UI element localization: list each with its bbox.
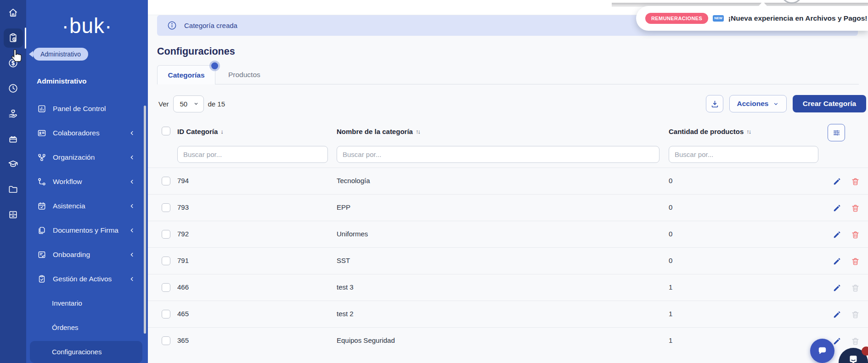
sidebar-section-title: Administrativo — [37, 77, 87, 85]
tooltip-arrow — [29, 51, 33, 57]
sidebar-item-label: Gestión de Activos — [53, 275, 112, 283]
sidebar-item-onboarding[interactable]: Onboarding — [26, 242, 148, 267]
download-button[interactable] — [706, 95, 723, 112]
page-size-control: Ver 50 de 15 — [158, 95, 225, 112]
active-indicator — [25, 28, 26, 49]
row-checkbox[interactable] — [162, 203, 170, 212]
documents-icon — [37, 226, 46, 235]
rail-item-archive-drawers[interactable] — [0, 202, 26, 227]
row-checkbox[interactable] — [162, 177, 170, 185]
delete-trash-icon[interactable] — [847, 253, 863, 269]
rail-item-clock[interactable] — [0, 76, 26, 101]
announcement-popover[interactable]: REMUNERACIONES NEW ¡Nueva experiencia en… — [636, 6, 868, 31]
sidebar-item-asistencia[interactable]: Asistencia — [26, 194, 148, 218]
info-icon — [167, 21, 177, 30]
chevron-left-icon — [129, 276, 135, 282]
rail-item-graduation-cap[interactable] — [0, 151, 26, 177]
sidebar-item-documentos-y-firma[interactable]: Documentos y Firma — [26, 218, 148, 242]
create-category-label: Crear Categoría — [803, 100, 856, 108]
chevron-left-icon — [129, 251, 135, 257]
sidebar-subitem-ordenes[interactable]: Órdenes — [26, 315, 148, 340]
search-id-input[interactable] — [177, 146, 328, 163]
edit-pencil-icon[interactable] — [829, 253, 845, 269]
cell-name: test 3 — [337, 283, 354, 291]
tab-categorias[interactable]: Categorías — [157, 65, 215, 84]
sidebar-item-panel-de-control[interactable]: Panel de Control — [26, 96, 148, 121]
cell-qty: 0 — [669, 257, 672, 264]
row-checkbox[interactable] — [162, 230, 170, 239]
mouse-cursor — [10, 49, 23, 65]
sidebar-item-label: Organización — [53, 153, 95, 162]
tooltip-label: Administrativo — [33, 48, 88, 61]
delete-trash-icon — [847, 333, 863, 349]
page-size-select[interactable]: 50 — [173, 95, 204, 112]
sort-both-icon: ↑↓ — [746, 128, 750, 135]
select-all-checkbox[interactable] — [162, 127, 170, 135]
calendar-check-icon — [37, 201, 46, 211]
tooltip-administrativo: Administrativo — [29, 48, 88, 61]
create-category-button[interactable]: Crear Categoría — [793, 95, 866, 112]
sidebar-item-colaboradores[interactable]: Colaboradores — [26, 121, 148, 145]
table-filter-row — [148, 146, 868, 163]
edit-pencil-icon[interactable] — [829, 279, 845, 296]
chat-launcher-button[interactable] — [810, 339, 834, 363]
column-settings-button[interactable] — [828, 124, 845, 141]
tab-productos[interactable]: Productos — [215, 65, 273, 84]
graduation-cap-icon — [8, 159, 18, 169]
table-row: 794Tecnología0 — [148, 168, 868, 194]
sidebar-subitem-inventario[interactable]: Inventario — [26, 291, 148, 315]
row-checkbox[interactable] — [162, 336, 170, 345]
toast-text: Categoría creada — [184, 22, 237, 29]
search-qty-input[interactable] — [669, 146, 818, 163]
cell-name: Uniformes — [337, 230, 368, 238]
popover-arrow — [759, 1, 767, 6]
delete-trash-icon[interactable] — [847, 226, 863, 243]
cell-name: Equipos Seguridad — [337, 336, 395, 344]
cell-name: SST — [337, 257, 350, 264]
rail-item-hand-heart[interactable] — [0, 101, 26, 126]
sidebar-item-label: Colaboradores — [53, 129, 100, 137]
edit-pencil-icon[interactable] — [829, 200, 845, 216]
sidebar-item-label: Workflow — [53, 178, 82, 186]
ver-label: Ver — [158, 100, 169, 108]
row-checkbox[interactable] — [162, 283, 170, 292]
sidebar-scrollbar[interactable] — [144, 106, 146, 334]
cell-qty: 0 — [669, 177, 672, 184]
chevron-left-icon — [129, 179, 135, 184]
column-header-name[interactable]: Nombre de la categoría ↑↓ — [337, 128, 420, 135]
rail-item-clipboard-clock[interactable] — [0, 25, 26, 50]
buk-logo: ·buk· — [26, 0, 148, 51]
search-name-input[interactable] — [337, 146, 659, 163]
sidebar-subitem-configuraciones[interactable]: Configuraciones — [26, 340, 148, 363]
delete-trash-icon[interactable] — [847, 173, 863, 190]
edit-pencil-icon[interactable] — [829, 306, 845, 323]
gift-box-icon — [8, 134, 18, 144]
cell-qty: 0 — [669, 203, 672, 211]
actions-dropdown-button[interactable]: Acciones — [729, 95, 787, 112]
column-header-qty[interactable]: Cantidad de productos ↑↓ — [669, 128, 750, 135]
sidebar-item-organizacion[interactable]: Organización — [26, 145, 148, 169]
cell-id: 791 — [177, 257, 189, 264]
tab-categorias-label: Categorías — [168, 71, 204, 79]
cell-name: test 2 — [337, 310, 354, 318]
rail-item-home[interactable] — [0, 0, 26, 25]
table-row: 465test 21 — [148, 301, 868, 327]
row-checkbox[interactable] — [162, 257, 170, 265]
chat-bubble-icon — [816, 345, 829, 357]
cell-id: 792 — [177, 230, 189, 238]
sidebar-item-gestion-de-activos[interactable]: Gestión de Activos — [26, 267, 148, 291]
edit-pencil-icon[interactable] — [829, 173, 845, 190]
row-checkbox[interactable] — [162, 310, 170, 318]
sliders-icon — [832, 128, 841, 137]
main-content: REMUNERACIONES NEW ¡Nueva experiencia en… — [148, 0, 868, 363]
sort-both-icon: ↑↓ — [416, 128, 420, 135]
delete-trash-icon[interactable] — [847, 200, 863, 216]
sidebar-item-workflow[interactable]: Workflow — [26, 169, 148, 194]
column-header-id[interactable]: ID Categoría ↓ — [177, 128, 223, 135]
clipboard-clock-icon — [8, 33, 18, 43]
edit-pencil-icon[interactable] — [829, 226, 845, 243]
rail-item-gift-box[interactable] — [0, 126, 26, 151]
announcement-text: ¡Nueva experiencia en Archivos y Pagos! … — [728, 14, 868, 22]
rail-item-folder[interactable] — [0, 177, 26, 202]
subitem-label: Inventario — [52, 299, 82, 307]
